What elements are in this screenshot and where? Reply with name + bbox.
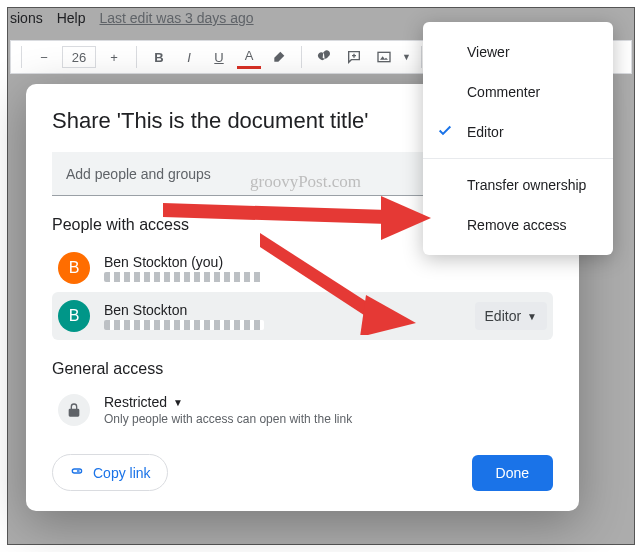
- person-row[interactable]: B Ben Stockton Editor ▼: [52, 292, 553, 340]
- done-button[interactable]: Done: [472, 455, 553, 491]
- role-option-editor[interactable]: Editor: [423, 112, 613, 152]
- chevron-down-icon: ▼: [173, 397, 183, 408]
- font-size-increase[interactable]: +: [102, 45, 126, 69]
- menu-help[interactable]: Help: [57, 10, 86, 26]
- highlight-button[interactable]: [267, 45, 291, 69]
- menu-action-remove-access[interactable]: Remove access: [423, 205, 613, 245]
- role-dropdown[interactable]: Editor ▼: [475, 302, 547, 330]
- chevron-down-icon: ▼: [527, 311, 537, 322]
- general-access-mode: Restricted: [104, 394, 167, 410]
- role-dropdown-label: Editor: [485, 308, 522, 324]
- watermark: groovyPost.com: [250, 172, 361, 192]
- person-email-redacted: [104, 272, 264, 282]
- font-size-value[interactable]: 26: [62, 46, 96, 68]
- general-access-heading: General access: [52, 360, 553, 378]
- copy-link-button[interactable]: Copy link: [52, 454, 168, 491]
- insert-link-button[interactable]: [312, 45, 336, 69]
- avatar: B: [58, 300, 90, 332]
- text-color-button[interactable]: A: [237, 45, 261, 69]
- person-name: Ben Stockton: [104, 302, 264, 318]
- avatar: B: [58, 252, 90, 284]
- lock-icon: [58, 394, 90, 426]
- check-icon: [437, 123, 453, 142]
- person-name: Ben Stockton (you): [104, 254, 264, 270]
- font-size-decrease[interactable]: −: [32, 45, 56, 69]
- bold-button[interactable]: B: [147, 45, 171, 69]
- role-option-viewer[interactable]: Viewer: [423, 32, 613, 72]
- underline-button[interactable]: U: [207, 45, 231, 69]
- general-access-row[interactable]: Restricted ▼ Only people with access can…: [52, 388, 553, 432]
- role-menu: Viewer Commenter Editor Transfer ownersh…: [423, 22, 613, 255]
- menu-divider: [423, 158, 613, 159]
- menu-extensions[interactable]: sions: [10, 10, 43, 26]
- link-icon: [69, 463, 85, 482]
- copy-link-label: Copy link: [93, 465, 151, 481]
- italic-button[interactable]: I: [177, 45, 201, 69]
- add-comment-button[interactable]: [342, 45, 366, 69]
- svg-rect-0: [378, 52, 390, 61]
- role-option-commenter[interactable]: Commenter: [423, 72, 613, 112]
- menubar: sions Help Last edit was 3 days ago: [10, 10, 254, 26]
- insert-image-button[interactable]: [372, 45, 396, 69]
- menu-action-transfer-ownership[interactable]: Transfer ownership: [423, 165, 613, 205]
- add-people-placeholder: Add people and groups: [66, 166, 211, 182]
- person-email-redacted: [104, 320, 264, 330]
- general-access-subtitle: Only people with access can open with th…: [104, 412, 352, 426]
- last-edit-link[interactable]: Last edit was 3 days ago: [99, 10, 253, 26]
